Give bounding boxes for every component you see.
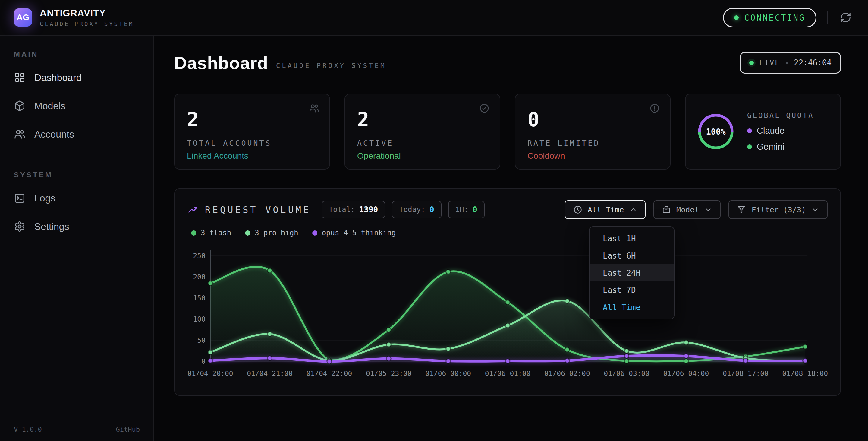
svg-text:01/08 18:00: 01/08 18:00 (782, 370, 828, 377)
sidebar-item-dashboard[interactable]: Dashboard (14, 72, 141, 83)
quota-legend-claude: Claude (747, 126, 814, 136)
filter-dropdown-button[interactable]: Filter (3/3) (728, 200, 828, 219)
request-volume-card: REQUEST VOLUME Total: 1390 Today: 0 1H: … (174, 188, 841, 396)
trending-up-icon (187, 204, 198, 215)
svg-text:01/04 20:00: 01/04 20:00 (187, 370, 233, 377)
app-version: V 1.0.0 (14, 425, 42, 433)
dropdown-item-last-7d[interactable]: Last 7D (590, 282, 674, 299)
sidebar-item-accounts[interactable]: Accounts (14, 128, 141, 140)
refresh-button[interactable] (839, 11, 852, 24)
legend-item-3-flash[interactable]: 3-flash (191, 229, 231, 237)
sidebar-item-logs[interactable]: Logs (14, 193, 141, 204)
svg-text:01/04 21:00: 01/04 21:00 (247, 370, 293, 377)
model-dropdown-button[interactable]: Model (653, 200, 721, 219)
stat-card-rate-limited: 0 RATE LIMITED Cooldown (515, 93, 671, 170)
time-range-dropdown-button[interactable]: All Time (565, 200, 646, 219)
legend-item-3-pro-high[interactable]: 3-pro-high (245, 229, 299, 237)
sidebar-section-system: SYSTEM (14, 171, 141, 179)
quota-label: GLOBAL QUOTA (747, 111, 814, 120)
series-dot-icon (191, 231, 196, 236)
svg-text:01/06 04:00: 01/06 04:00 (663, 370, 709, 377)
dropdown-item-all-time[interactable]: All Time (590, 299, 674, 316)
alert-circle-icon (650, 103, 660, 113)
stat-value: 2 (357, 110, 488, 130)
gemini-dot-icon (747, 145, 752, 149)
live-dot-icon (749, 61, 754, 65)
stat-sub-label: Cooldown (527, 151, 658, 161)
legend-item-opus[interactable]: opus-4-5-thinking (312, 229, 396, 237)
live-clock-badge: LIVE 22:46:04 (740, 52, 841, 74)
check-circle-icon (479, 103, 490, 113)
users-icon (309, 103, 319, 113)
sidebar: MAIN Dashboard Models (0, 36, 154, 441)
svg-text:50: 50 (197, 336, 206, 344)
chart-title: REQUEST VOLUME (205, 205, 311, 215)
sidebar-item-label: Dashboard (34, 72, 82, 83)
gear-icon (14, 221, 25, 232)
clock-icon (573, 205, 582, 214)
sidebar-item-models[interactable]: Models (14, 100, 141, 112)
cube-icon (14, 100, 25, 112)
total-requests-chip: Total: 1390 (321, 201, 385, 218)
quota-donut-chart: 100% (696, 112, 736, 151)
github-link[interactable]: GitHub (116, 425, 140, 433)
time-range-dropdown-menu: Last 1H Last 6H Last 24H Last 7D All Tim… (589, 226, 675, 319)
svg-text:200: 200 (193, 273, 205, 281)
svg-text:01/08 17:00: 01/08 17:00 (723, 370, 769, 377)
svg-text:150: 150 (193, 294, 205, 302)
request-volume-chart: 05010015020025001/04 20:0001/04 21:0001/… (187, 241, 828, 382)
svg-text:01/06 00:00: 01/06 00:00 (425, 370, 471, 377)
sidebar-section-main: MAIN (14, 50, 141, 59)
archive-box-icon (662, 205, 671, 214)
chevron-up-icon (629, 206, 637, 213)
funnel-icon (737, 205, 746, 214)
svg-text:01/06 03:00: 01/06 03:00 (604, 370, 650, 377)
svg-text:01/06 02:00: 01/06 02:00 (544, 370, 590, 377)
stat-value: 2 (187, 110, 317, 130)
svg-text:01/05 23:00: 01/05 23:00 (366, 370, 412, 377)
app-subtitle: CLAUDE PROXY SYSTEM (40, 21, 134, 27)
stat-card-total-accounts: 2 TOTAL ACCOUNTS Linked Accounts (174, 93, 330, 170)
dropdown-item-last-24h[interactable]: Last 24H (590, 264, 674, 282)
stat-label: ACTIVE (357, 139, 488, 147)
chart-legend: 3-flash 3-pro-high opus-4-5-thinking (191, 229, 828, 237)
global-quota-card: 100% GLOBAL QUOTA Claude Gemini (685, 93, 841, 170)
series-dot-icon (245, 231, 250, 236)
stat-label: TOTAL ACCOUNTS (187, 139, 317, 147)
svg-text:01/04 22:00: 01/04 22:00 (307, 370, 352, 377)
divider (827, 10, 828, 24)
connection-status-label: CONNECTING (744, 13, 805, 22)
sidebar-item-label: Models (34, 100, 65, 112)
chevron-down-icon (704, 206, 712, 213)
claude-dot-icon (747, 128, 752, 133)
svg-text:0: 0 (201, 357, 206, 365)
live-time: 22:46:04 (794, 58, 832, 67)
app-title: ANTIGRAVITY (40, 8, 134, 19)
svg-text:100: 100 (193, 315, 205, 323)
today-requests-chip: Today: 0 (392, 201, 441, 218)
svg-text:01/06 01:00: 01/06 01:00 (485, 370, 531, 377)
status-dot-icon (734, 16, 739, 20)
page-title: Dashboard (174, 53, 268, 73)
stat-value: 0 (527, 110, 658, 130)
stat-sub-label: Linked Accounts (187, 151, 317, 161)
quota-legend-gemini: Gemini (747, 142, 814, 152)
dropdown-item-last-6h[interactable]: Last 6H (590, 247, 674, 264)
terminal-icon (14, 193, 25, 204)
page-subtitle: CLAUDE PROXY SYSTEM (276, 62, 386, 69)
chevron-down-icon (811, 206, 819, 213)
stat-sub-label: Operational (357, 151, 488, 161)
sidebar-item-label: Accounts (34, 129, 74, 140)
dashboard-grid-icon (14, 72, 25, 83)
top-bar: AG ANTIGRAVITY CLAUDE PROXY SYSTEM CONNE… (0, 0, 868, 36)
refresh-icon (840, 12, 851, 23)
app-logo: AG (14, 8, 32, 27)
sidebar-item-label: Logs (34, 193, 55, 204)
sidebar-item-settings[interactable]: Settings (14, 221, 141, 232)
brand: ANTIGRAVITY CLAUDE PROXY SYSTEM (40, 8, 134, 27)
dropdown-item-last-1h[interactable]: Last 1H (590, 230, 674, 247)
connection-status-badge: CONNECTING (723, 8, 816, 27)
main-content: Dashboard CLAUDE PROXY SYSTEM LIVE 22:46… (154, 36, 868, 441)
hour-requests-chip: 1H: 0 (448, 201, 485, 218)
logo-text: AG (17, 13, 29, 22)
